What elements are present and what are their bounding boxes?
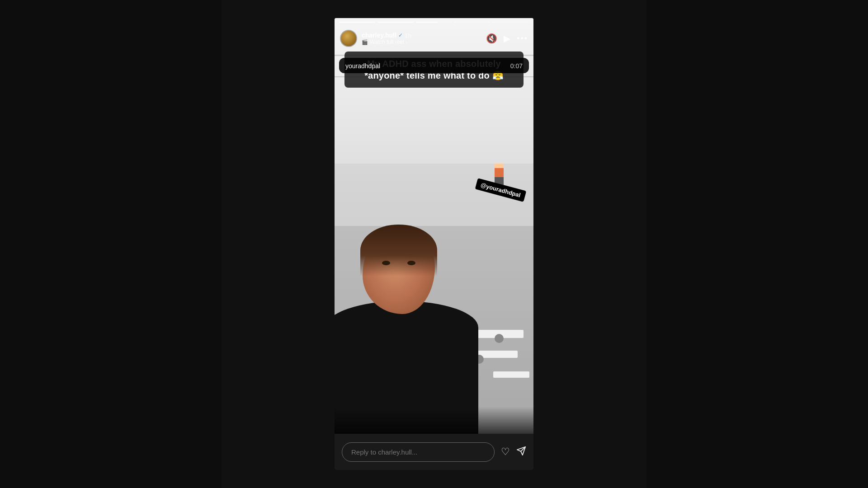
header-info: charley.hull ✓ 1h 🎬 Watch full reel ›: [362, 32, 481, 45]
progress-bar-3: [416, 22, 453, 23]
avatar: [340, 30, 357, 47]
story-header: charley.hull ✓ 1h 🎬 Watch full reel › 🔇 …: [335, 26, 533, 51]
reply-input[interactable]: [342, 442, 495, 462]
progress-bar-4: [454, 22, 491, 23]
header-controls: 🔇 ▶ •••: [486, 33, 528, 44]
right-eye: [407, 261, 415, 265]
phone-frame: My ADHD ass when absolutely *anyone* tel…: [335, 18, 533, 470]
repost-time: 0:07: [510, 62, 523, 70]
reply-bar: ♡: [335, 434, 533, 470]
play-button[interactable]: ▶: [504, 33, 510, 44]
avatar-image: [341, 31, 356, 46]
right-sidebar: [646, 0, 868, 488]
watch-reel-link[interactable]: 🎬 Watch full reel ›: [362, 39, 481, 45]
mute-button[interactable]: 🔇: [486, 33, 497, 44]
progress-bar-1: [339, 22, 376, 23]
chair-1: [495, 334, 504, 343]
more-options-button[interactable]: •••: [517, 34, 528, 43]
verified-icon: ✓: [398, 32, 403, 38]
time-ago: 1h: [405, 32, 411, 39]
main-person: [335, 101, 474, 434]
video-gradient: [335, 407, 533, 434]
hair: [360, 225, 437, 276]
repost-card: youradhdpal 0:07: [339, 58, 529, 73]
story-content: My ADHD ass when absolutely *anyone* tel…: [335, 18, 533, 434]
progress-bar-container: [335, 18, 533, 23]
eyes: [373, 261, 424, 265]
progress-bar-5: [492, 22, 529, 23]
repost-header: youradhdpal 0:07: [339, 58, 529, 73]
reel-icon: 🎬: [362, 39, 368, 45]
left-eye: [382, 261, 390, 265]
send-button[interactable]: [516, 446, 526, 458]
progress-bar-2: [377, 22, 414, 23]
desk-3: [493, 371, 529, 378]
left-sidebar: [0, 0, 222, 488]
repost-username: youradhdpal: [345, 62, 380, 70]
like-button[interactable]: ♡: [501, 446, 510, 458]
head: [363, 228, 435, 314]
watch-reel-arrow: ›: [406, 39, 408, 45]
story-background: My ADHD ass when absolutely *anyone* tel…: [335, 18, 533, 434]
watch-reel-label: Watch full reel: [370, 39, 404, 45]
username-row: charley.hull ✓ 1h: [362, 32, 481, 39]
username: charley.hull: [362, 32, 396, 39]
